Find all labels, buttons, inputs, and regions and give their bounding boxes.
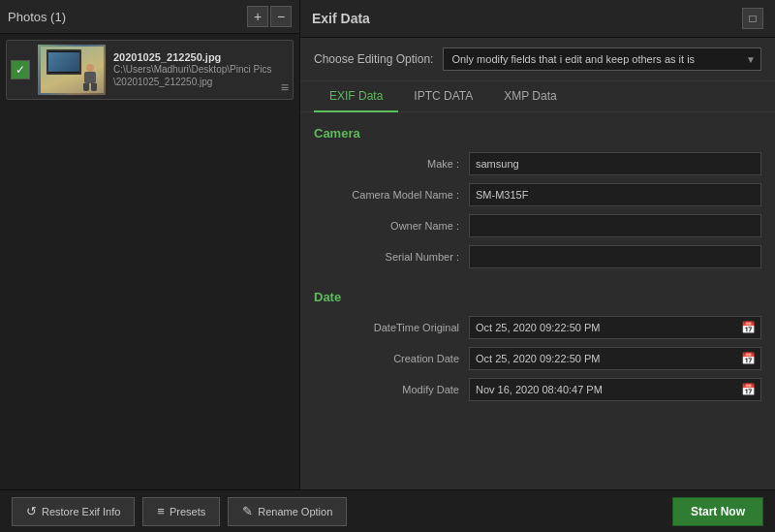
datetime-original-wrapper: 📅: [469, 316, 761, 339]
photos-controls: + −: [247, 6, 292, 27]
checkmark-icon: ✓: [16, 63, 25, 77]
tab-exif[interactable]: EXIF Data: [314, 81, 398, 112]
bottom-bar: ↺ Restore Exif Info ≡ Presets ✎ Rename O…: [0, 489, 775, 532]
modify-date-label: Modify Date: [314, 384, 469, 395]
serial-number-input[interactable]: [469, 245, 761, 268]
creation-date-wrapper: 📅: [469, 347, 761, 370]
expand-icon: □: [749, 12, 756, 25]
restore-exif-button[interactable]: ↺ Restore Exif Info: [12, 497, 135, 526]
make-field-row: Make :: [314, 152, 761, 175]
presets-label: Presets: [170, 506, 205, 517]
camera-model-label: Camera Model Name :: [314, 189, 469, 201]
datetime-original-input[interactable]: [469, 316, 761, 339]
add-photo-button[interactable]: +: [247, 6, 268, 27]
photos-header: Photos (1) + −: [0, 0, 299, 34]
owner-name-label: Owner Name :: [314, 220, 469, 232]
modify-date-wrapper: 📅: [469, 378, 761, 401]
tabs-row: EXIF Data IPTC DATA XMP Data: [300, 81, 775, 112]
make-label: Make :: [314, 158, 469, 170]
date-section-title: Date: [314, 290, 761, 304]
camera-model-field-row: Camera Model Name :: [314, 183, 761, 206]
creation-date-row: Creation Date 📅: [314, 347, 761, 370]
camera-section-title: Camera: [314, 126, 761, 141]
presets-button[interactable]: ≡ Presets: [142, 497, 220, 526]
photo-thumbnail: [38, 45, 106, 95]
start-now-button[interactable]: Start Now: [672, 497, 763, 526]
editing-option-wrapper: Only modify fields that i edit and keep …: [443, 47, 761, 71]
photo-path: C:\Users\Madhuri\Desktop\Pinci Pics\2020…: [113, 63, 273, 88]
calendar-icon-1[interactable]: 📅: [741, 321, 756, 334]
camera-model-input[interactable]: [469, 183, 761, 206]
list-item[interactable]: ✓: [6, 40, 294, 100]
make-input[interactable]: [469, 152, 761, 175]
left-panel: Photos (1) + − ✓: [0, 0, 300, 489]
photo-list: ✓: [0, 34, 299, 489]
calendar-icon-3[interactable]: 📅: [741, 383, 756, 396]
datetime-original-row: DateTime Original 📅: [314, 316, 761, 339]
presets-icon: ≡: [157, 504, 165, 518]
editing-option-row: Choose Editing Option: Only modify field…: [300, 38, 775, 81]
photo-info: 20201025_212250.jpg C:\Users\Madhuri\Des…: [113, 51, 273, 88]
rename-option-button[interactable]: ✎ Rename Option: [228, 497, 347, 526]
start-now-label: Start Now: [691, 505, 745, 518]
owner-name-field-row: Owner Name :: [314, 214, 761, 237]
photo-filename: 20201025_212250.jpg: [113, 51, 273, 63]
exif-header: Exif Data □: [300, 0, 775, 38]
tab-iptc[interactable]: IPTC DATA: [398, 81, 488, 112]
content-area: Camera Make : Camera Model Name : Owner …: [300, 112, 775, 489]
creation-date-label: Creation Date: [314, 353, 469, 364]
section-gap: [314, 276, 761, 290]
rename-option-label: Rename Option: [258, 506, 332, 517]
calendar-icon-2[interactable]: 📅: [741, 352, 756, 365]
editing-option-select[interactable]: Only modify fields that i edit and keep …: [443, 47, 761, 71]
expand-button[interactable]: □: [742, 8, 763, 29]
restore-exif-label: Restore Exif Info: [42, 506, 120, 517]
photos-title: Photos (1): [8, 10, 66, 24]
datetime-original-label: DateTime Original: [314, 322, 469, 333]
remove-photo-button[interactable]: −: [270, 6, 292, 27]
serial-number-field-row: Serial Number :: [314, 245, 761, 268]
rename-icon: ✎: [242, 504, 253, 518]
right-panel: Exif Data □ Choose Editing Option: Only …: [300, 0, 775, 489]
tab-xmp[interactable]: XMP Data: [488, 81, 572, 112]
main-layout: Photos (1) + − ✓: [0, 0, 775, 489]
thumbnail-image: [38, 45, 106, 95]
list-view-icon[interactable]: ≡: [281, 79, 289, 95]
creation-date-input[interactable]: [469, 347, 761, 370]
editing-option-label: Choose Editing Option:: [314, 52, 433, 66]
owner-name-input[interactable]: [469, 214, 761, 237]
photo-checkbox[interactable]: ✓: [11, 60, 30, 79]
serial-number-label: Serial Number :: [314, 251, 469, 263]
modify-date-row: Modify Date 📅: [314, 378, 761, 401]
modify-date-input[interactable]: [469, 378, 761, 401]
restore-icon: ↺: [26, 504, 37, 518]
exif-panel-title: Exif Data: [312, 11, 370, 26]
